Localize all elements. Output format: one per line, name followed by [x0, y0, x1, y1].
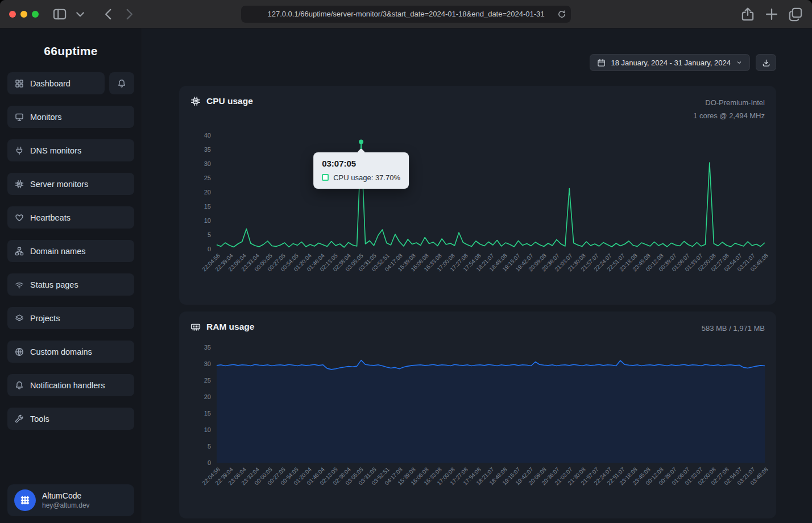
- sidebar-item-label: Dashboard: [30, 79, 71, 88]
- account-card[interactable]: AltumCode hey@altum.dev: [7, 484, 134, 516]
- caret-down-icon: [736, 59, 743, 66]
- y-tick-label: 35: [204, 343, 211, 351]
- layers-icon: [15, 314, 24, 323]
- sidebar-item-label: Tools: [30, 414, 49, 424]
- cpu-chip-icon: [190, 96, 201, 106]
- export-button[interactable]: [756, 54, 776, 71]
- traffic-lights: [9, 11, 39, 18]
- y-tick-label: 15: [204, 202, 211, 210]
- browser-window: 127.0.0.1/66uptime/server-monitor/3&star…: [0, 0, 812, 523]
- y-tick-label: 0: [208, 245, 211, 253]
- grid-icon: [15, 79, 24, 88]
- reload-icon[interactable]: [557, 9, 567, 19]
- browser-chrome: 127.0.0.1/66uptime/server-monitor/3&star…: [0, 0, 812, 28]
- y-tick-label: 30: [204, 360, 211, 368]
- altumcode-logo: [14, 489, 36, 511]
- forward-button: [122, 7, 136, 22]
- sidebar-item-label: Status pages: [30, 280, 78, 289]
- cpu-usage-card: CPU usage DO-Premium-Intel 1 cores @ 2,4…: [179, 86, 776, 305]
- sidebar-item-monitors[interactable]: Monitors: [7, 106, 134, 128]
- date-range-button[interactable]: 18 January, 2024 - 31 January, 2024: [590, 54, 750, 71]
- sidebar-toggle-icon[interactable]: [52, 7, 67, 22]
- app-logo: 66uptime: [7, 28, 134, 72]
- back-button[interactable]: [101, 7, 116, 22]
- sidebar-item-dashboard[interactable]: Dashboard: [7, 72, 105, 94]
- ram-usage-card: RAM usage 583 MB / 1,971 MB 051015202530…: [179, 312, 776, 518]
- sidebar-item-tools[interactable]: Tools: [7, 408, 134, 430]
- close-window-button[interactable]: [9, 11, 16, 18]
- bell-icon: [15, 381, 24, 390]
- y-tick-label: 0: [208, 459, 211, 467]
- cpu-card-title: CPU usage: [206, 96, 253, 106]
- chip-icon: [15, 180, 24, 189]
- sidebar-item-domain-names[interactable]: Domain names: [7, 240, 134, 262]
- chart-tooltip: 03:07:05 CPU usage: 37.70%: [313, 152, 409, 189]
- calendar-icon: [597, 59, 606, 67]
- date-range-label: 18 January, 2024 - 31 January, 2024: [611, 59, 731, 67]
- cpu-y-axis: 0510152025303540: [190, 135, 211, 249]
- y-tick-label: 10: [204, 426, 211, 434]
- cpu-chart[interactable]: 0510152025303540 03:07:05 CPU usage: 37.…: [190, 135, 765, 301]
- sidebar-item-server-monitors[interactable]: Server monitors: [7, 173, 134, 195]
- sidebar-item-label: Notification handlers: [30, 381, 105, 390]
- monitor-icon: [15, 113, 24, 122]
- y-tick-label: 20: [204, 393, 211, 401]
- y-tick-label: 35: [204, 146, 211, 153]
- cpu-server-info: DO-Premium-Intel 1 cores @ 2,494 MHz: [693, 96, 765, 123]
- ram-x-axis: 22:04:5622:39:0423:06:0423:33:0400:00:05…: [217, 466, 765, 515]
- highlighted-point: [359, 139, 363, 144]
- sidebar-item-custom-domains[interactable]: Custom domains: [7, 341, 134, 363]
- y-tick-label: 15: [204, 409, 211, 417]
- ram-total-info: 583 MB / 1,971 MB: [702, 322, 765, 335]
- tooltip-time: 03:07:05: [322, 159, 400, 168]
- sidebar: 66uptime DashboardMonitorsDNS monitorsSe…: [0, 28, 142, 523]
- share-button[interactable]: [740, 7, 755, 22]
- wrench-icon: [15, 414, 24, 424]
- account-name: AltumCode: [42, 491, 90, 500]
- tabs-overview-button[interactable]: [788, 7, 803, 22]
- sidebar-item-label: Server monitors: [30, 180, 88, 189]
- sidebar-item-notification-handlers[interactable]: Notification handlers: [7, 374, 134, 396]
- zoom-window-button[interactable]: [32, 11, 39, 18]
- server-cores: 1 cores @ 2,494 MHz: [693, 109, 765, 122]
- y-tick-label: 5: [208, 442, 211, 450]
- ram-icon: [190, 322, 201, 332]
- tooltip-value: CPU usage: 37.70%: [333, 173, 400, 182]
- download-icon: [762, 59, 770, 67]
- sidebar-item-label: Monitors: [30, 113, 62, 122]
- y-tick-label: 20: [204, 188, 211, 196]
- sidebar-item-label: Projects: [30, 314, 60, 323]
- ram-card-title: RAM usage: [206, 322, 254, 332]
- sidebar-item-heartbeats[interactable]: Heartbeats: [7, 206, 134, 229]
- new-tab-button[interactable]: [764, 7, 779, 22]
- cpu-x-axis: 22:04:5622:39:0423:06:0423:33:0400:00:05…: [217, 252, 765, 301]
- heart-icon: [15, 213, 24, 222]
- sidebar-item-status-pages[interactable]: Status pages: [7, 273, 134, 296]
- notifications-button[interactable]: [109, 72, 134, 94]
- y-tick-label: 10: [204, 217, 211, 225]
- sidebar-item-label: Custom domains: [30, 347, 92, 356]
- sidebar-item-dns-monitors[interactable]: DNS monitors: [7, 139, 134, 161]
- sidebar-item-projects[interactable]: Projects: [7, 307, 134, 329]
- y-tick-label: 25: [204, 376, 211, 384]
- wifi-icon: [15, 280, 24, 289]
- ram-plot-area[interactable]: [217, 347, 765, 463]
- minimize-window-button[interactable]: [20, 11, 27, 18]
- ram-y-axis: 05101520253035: [190, 347, 211, 463]
- main-content: 18 January, 2024 - 31 January, 2024 CPU …: [142, 28, 812, 523]
- cpu-plot-area[interactable]: 03:07:05 CPU usage: 37.70%: [217, 135, 765, 249]
- globe-icon: [15, 347, 24, 356]
- ram-line-series: [217, 347, 765, 463]
- address-bar[interactable]: 127.0.0.1/66uptime/server-monitor/3&star…: [241, 6, 571, 23]
- server-plan: DO-Premium-Intel: [693, 96, 765, 109]
- toolbar: 18 January, 2024 - 31 January, 2024: [179, 54, 776, 71]
- y-tick-label: 30: [204, 160, 211, 168]
- ram-chart[interactable]: 05101520253035 22:04:5622:39:0423:06:042…: [190, 347, 765, 515]
- account-email: hey@altum.dev: [42, 501, 90, 509]
- chevron-down-icon[interactable]: [73, 7, 88, 22]
- y-tick-label: 40: [204, 131, 211, 139]
- y-tick-label: 5: [208, 231, 211, 239]
- sidebar-item-label: Heartbeats: [30, 213, 71, 222]
- y-tick-label: 25: [204, 174, 211, 182]
- sidebar-item-label: DNS monitors: [30, 146, 81, 155]
